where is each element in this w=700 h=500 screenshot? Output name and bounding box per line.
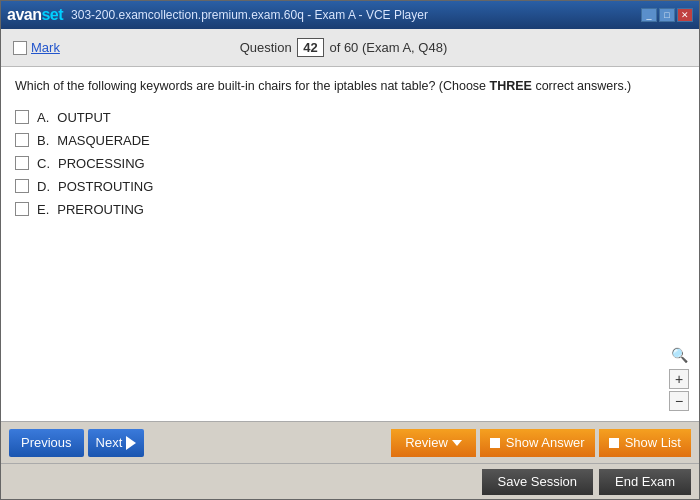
question-total: of 60 (Exam A, Q48) <box>329 40 447 55</box>
window-title: 303-200.examcollection.premium.exam.60q … <box>71 8 428 22</box>
options-container: A. OUTPUT B. MASQUERADE C. PROCESSING D.… <box>15 110 685 225</box>
title-bar: avanset 303-200.examcollection.premium.e… <box>1 1 699 29</box>
answer-option[interactable]: D. POSTROUTING <box>15 179 685 194</box>
answer-text: POSTROUTING <box>58 179 153 194</box>
title-bar-left: avanset 303-200.examcollection.premium.e… <box>7 6 428 24</box>
zoom-controls: 🔍 + − <box>669 347 689 411</box>
next-button[interactable]: Next <box>88 429 145 457</box>
bold-text: THREE <box>490 79 532 93</box>
answer-text: MASQUERADE <box>57 133 149 148</box>
answer-letter: B. <box>37 133 49 148</box>
answer-letter: D. <box>37 179 50 194</box>
nav-bar: Previous Next Review Show Answer Show Li… <box>1 421 699 463</box>
answer-text: PREROUTING <box>57 202 144 217</box>
minimize-button[interactable]: _ <box>641 8 657 22</box>
content-area: Which of the following keywords are buil… <box>1 67 699 421</box>
answer-letter: E. <box>37 202 49 217</box>
question-header: Mark Question 42 of 60 (Exam A, Q48) <box>1 29 699 67</box>
answer-text: PROCESSING <box>58 156 145 171</box>
answer-option[interactable]: C. PROCESSING <box>15 156 685 171</box>
show-list-button[interactable]: Show List <box>599 429 691 457</box>
bottom-bar: Save Session End Exam <box>1 463 699 499</box>
app-window: avanset 303-200.examcollection.premium.e… <box>0 0 700 500</box>
answer-checkbox[interactable] <box>15 133 29 147</box>
answer-option[interactable]: A. OUTPUT <box>15 110 685 125</box>
answer-option[interactable]: E. PREROUTING <box>15 202 685 217</box>
question-text: Which of the following keywords are buil… <box>15 77 685 96</box>
mark-checkbox[interactable] <box>13 41 27 55</box>
review-button[interactable]: Review <box>391 429 476 457</box>
show-answer-icon <box>490 438 500 448</box>
question-label: Question <box>240 40 292 55</box>
mark-label[interactable]: Mark <box>31 40 60 55</box>
answer-letter: C. <box>37 156 50 171</box>
next-arrow-icon <box>126 436 136 450</box>
answer-checkbox[interactable] <box>15 110 29 124</box>
question-info: Question 42 of 60 (Exam A, Q48) <box>240 38 448 57</box>
question-number-box: 42 <box>297 38 323 57</box>
show-list-icon <box>609 438 619 448</box>
maximize-button[interactable]: □ <box>659 8 675 22</box>
close-button[interactable]: ✕ <box>677 8 693 22</box>
answer-checkbox[interactable] <box>15 179 29 193</box>
answer-option[interactable]: B. MASQUERADE <box>15 133 685 148</box>
answer-letter: A. <box>37 110 49 125</box>
answer-text: OUTPUT <box>57 110 110 125</box>
app-logo: avanset <box>7 6 63 24</box>
previous-button[interactable]: Previous <box>9 429 84 457</box>
search-icon: 🔍 <box>671 347 688 363</box>
review-dropdown-icon <box>452 440 462 446</box>
zoom-out-button[interactable]: − <box>669 391 689 411</box>
answer-checkbox[interactable] <box>15 202 29 216</box>
answer-checkbox[interactable] <box>15 156 29 170</box>
save-session-button[interactable]: Save Session <box>482 469 594 495</box>
mark-area: Mark <box>13 40 60 55</box>
show-answer-button[interactable]: Show Answer <box>480 429 595 457</box>
end-exam-button[interactable]: End Exam <box>599 469 691 495</box>
window-controls: _ □ ✕ <box>641 8 693 22</box>
zoom-in-button[interactable]: + <box>669 369 689 389</box>
